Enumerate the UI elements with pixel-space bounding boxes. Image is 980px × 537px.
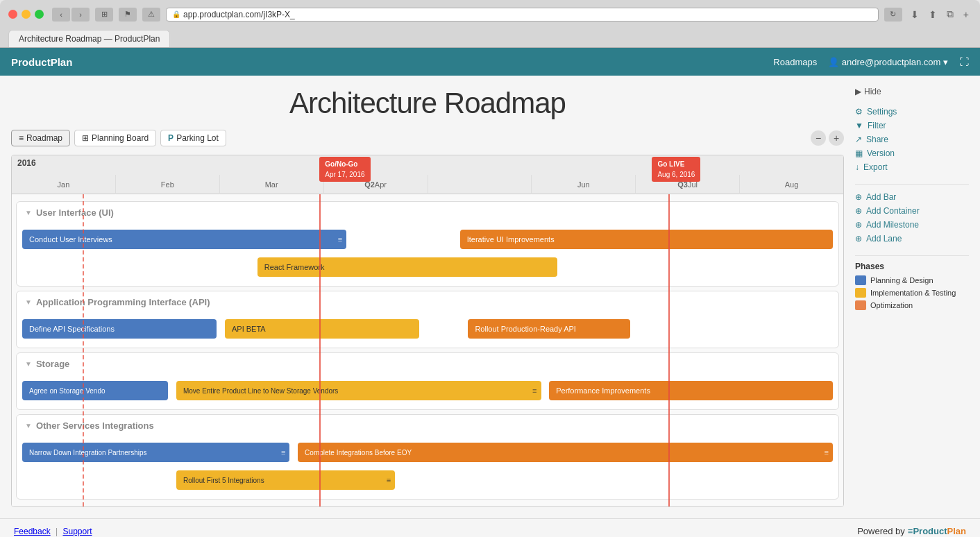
lane-integrations-body: Narrow Down Integration Partnerships ≡ C… xyxy=(17,436,838,499)
sidebar-export[interactable]: ↓ Export xyxy=(855,160,969,174)
bar-performance[interactable]: Performance Improvements xyxy=(549,381,833,400)
sidebar-filter[interactable]: ▼ Filter xyxy=(855,119,969,133)
share-icon: ↗ xyxy=(855,135,862,144)
col-jun: Jun xyxy=(531,175,635,194)
lane-api-row1: Define API Specifications API BETA Rollo… xyxy=(22,317,833,341)
chevron-right-icon: ▶ xyxy=(855,87,861,96)
add-bar-button[interactable]: ⊕ Add Bar xyxy=(855,190,969,204)
bar-react-framework[interactable]: React Framework xyxy=(257,257,557,277)
sidebar-add-items: ⊕ Add Bar ⊕ Add Container ⊕ Add Mileston… xyxy=(855,190,969,246)
bar-define-api[interactable]: Define API Specifications xyxy=(22,319,217,339)
reader-button[interactable]: ⊞ xyxy=(95,8,113,22)
share-browser-button[interactable]: ⚑ xyxy=(119,8,137,22)
sidebar-version[interactable]: ▦ Version xyxy=(855,146,969,160)
milestone-gonogo-header: Go/No-Go Apr 17, 2016 xyxy=(319,157,370,182)
milestone-golive-header: Go LIVE Aug 6, 2016 xyxy=(652,157,700,182)
zoom-controls: − + xyxy=(811,130,844,146)
top-nav-right: Roadmaps 👤 andre@productplan.com ▾ ⛶ xyxy=(773,56,969,67)
sidebar-tools: ⚙ Settings ▼ Filter ↗ Share ▦ Version ↓ xyxy=(855,105,969,174)
lane-ui-row2: React Framework xyxy=(22,255,833,279)
bar-iterative-ui[interactable]: Iterative UI Improvements xyxy=(460,230,833,249)
address-bar[interactable]: 🔒 app.productplan.com/jI3kP-X_ xyxy=(166,8,879,22)
browser-tabs: Architecture Roadmap — ProductPlan xyxy=(8,27,972,47)
new-tab-button[interactable]: + xyxy=(961,7,972,22)
bar-narrow-down[interactable]: Narrow Down Integration Partnerships ≡ xyxy=(22,443,289,462)
close-button[interactable] xyxy=(8,10,17,19)
milestone-golive-flag: Go LIVE Aug 6, 2016 xyxy=(652,157,700,182)
optimization-swatch xyxy=(855,300,866,310)
app-window: ProductPlan Roadmaps 👤 andre@productplan… xyxy=(0,48,980,537)
tab-roadmap[interactable]: ≡ Roadmap xyxy=(11,130,70,146)
bar-menu-icon4[interactable]: ≡ xyxy=(825,448,829,457)
bar-menu-icon3[interactable]: ≡ xyxy=(281,448,285,457)
roadmap-tab-icon: ≡ xyxy=(19,133,24,143)
plus-icon-lane: ⊕ xyxy=(855,234,862,244)
lane-ui-header[interactable]: ▼ User Interface (UI) xyxy=(17,202,838,223)
lane-storage-header[interactable]: ▼ Storage xyxy=(17,353,838,375)
bar-api-beta[interactable]: API BETA xyxy=(225,319,419,339)
bar-menu-icon5[interactable]: ≡ xyxy=(387,476,391,484)
forward-button[interactable]: › xyxy=(71,8,90,22)
maximize-button[interactable] xyxy=(35,10,44,19)
lane-storage: ▼ Storage Agree on Storage Vendo xyxy=(16,352,839,410)
lock-icon: 🔒 xyxy=(172,10,180,18)
zoom-out-button[interactable]: − xyxy=(811,130,826,146)
roadmaps-link[interactable]: Roadmaps xyxy=(773,57,817,67)
brand-logo-footer: ≡ xyxy=(908,526,913,536)
sidebar-settings[interactable]: ⚙ Settings xyxy=(855,105,969,119)
download-button[interactable]: ⬇ xyxy=(908,7,922,22)
bar-agree-storage[interactable]: Agree on Storage Vendo xyxy=(22,381,168,400)
parking-tab-icon: P xyxy=(168,133,174,143)
bar-menu-icon[interactable]: ≡ xyxy=(338,235,342,244)
footer-brand2: Plan xyxy=(947,526,966,536)
warning-button[interactable]: ⚠ xyxy=(142,8,160,22)
hide-button[interactable]: ▶ Hide xyxy=(855,87,969,96)
lane-storage-row1: Agree on Storage Vendo Move Entire Produ… xyxy=(22,379,833,402)
lane-storage-body: Agree on Storage Vendo Move Entire Produ… xyxy=(17,375,838,409)
minimize-button[interactable] xyxy=(22,10,31,19)
bar-rollout-integrations[interactable]: Rollout First 5 Integrations ≡ xyxy=(176,470,395,490)
user-menu[interactable]: 👤 andre@productplan.com ▾ xyxy=(828,57,948,67)
app-footer: Feedback | Support Powered by ≡ ProductP… xyxy=(0,518,980,537)
tab-planning-board[interactable]: ⊞ Planning Board xyxy=(74,130,156,146)
active-tab[interactable]: Architecture Roadmap — ProductPlan xyxy=(8,30,170,47)
main-content: Architecture Roadmap ≡ Roadmap ⊞ Plannin… xyxy=(0,76,980,518)
lane-ui-body: Conduct User Interviews ≡ Iterative UI I… xyxy=(17,223,838,286)
phases-title: Phases xyxy=(855,262,969,271)
lane-api: ▼ Application Programming Interface (API… xyxy=(16,291,839,348)
support-link[interactable]: Support xyxy=(63,527,92,536)
col-aug: Aug xyxy=(739,175,843,194)
bar-menu-icon2[interactable]: ≡ xyxy=(532,386,537,395)
add-container-button[interactable]: ⊕ Add Container xyxy=(855,204,969,218)
phase-implementation: Implementation & Testing xyxy=(855,288,969,298)
sidebar-share[interactable]: ↗ Share xyxy=(855,133,969,146)
collapse-integrations-icon: ▼ xyxy=(25,422,32,429)
lane-integrations-header[interactable]: ▼ Other Services Integrations xyxy=(17,415,838,436)
col-mar: Mar xyxy=(219,175,323,194)
top-nav: ProductPlan Roadmaps 👤 andre@productplan… xyxy=(0,48,980,76)
phase-optimization-label: Optimization xyxy=(870,301,913,309)
add-lane-button[interactable]: ⊕ Add Lane xyxy=(855,232,969,246)
tab-parking-lot[interactable]: P Parking Lot xyxy=(160,130,226,146)
lane-api-body: Define API Specifications API BETA Rollo… xyxy=(17,313,838,348)
feedback-link[interactable]: Feedback xyxy=(14,527,51,536)
filter-icon: ▼ xyxy=(855,121,863,130)
collapse-storage-icon: ▼ xyxy=(25,360,32,368)
planning-tab-label: Planning Board xyxy=(92,133,149,143)
window-button[interactable]: ⧉ xyxy=(944,7,956,22)
bar-conduct-user-interviews[interactable]: Conduct User Interviews ≡ xyxy=(22,230,346,249)
bar-complete-integrations[interactable]: Complete Integrations Before EOY ≡ xyxy=(298,443,833,462)
fullscreen-button[interactable]: ⛶ xyxy=(959,56,969,67)
refresh-button[interactable]: ↻ xyxy=(884,8,902,22)
back-button[interactable]: ‹ xyxy=(52,8,70,22)
lane-ui: ▼ User Interface (UI) Conduct User Inter… xyxy=(16,201,839,287)
bar-rollout-api[interactable]: Rollout Production-Ready API xyxy=(468,319,630,339)
powered-by-text: Powered by xyxy=(857,526,905,536)
parking-tab-label: Parking Lot xyxy=(176,133,219,143)
upload-button[interactable]: ⬆ xyxy=(926,7,940,22)
zoom-in-button[interactable]: + xyxy=(829,130,844,146)
bar-move-product-line[interactable]: Move Entire Product Line to New Storage … xyxy=(176,381,541,400)
add-milestone-button[interactable]: ⊕ Add Milestone xyxy=(855,218,969,232)
lane-api-header[interactable]: ▼ Application Programming Interface (API… xyxy=(17,291,838,313)
lane-storage-title: Storage xyxy=(36,359,69,369)
